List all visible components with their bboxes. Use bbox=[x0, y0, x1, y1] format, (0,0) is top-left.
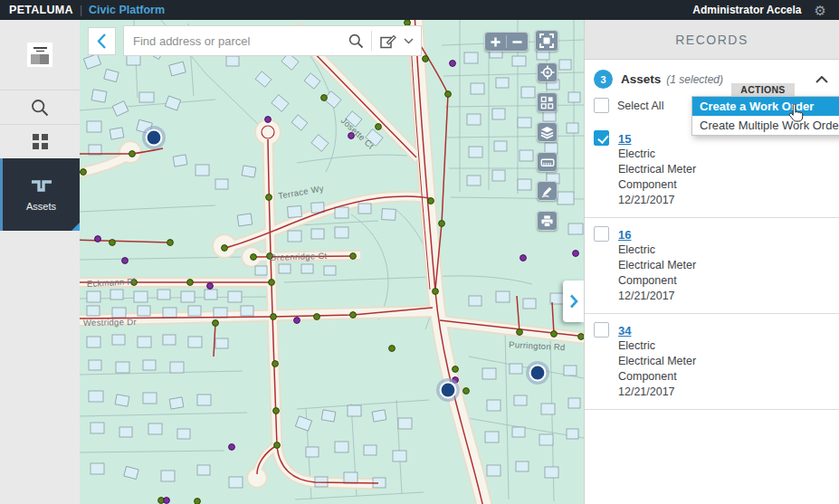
asset-detail-line: 12/21/2017 bbox=[618, 385, 696, 400]
full-extent-button[interactable] bbox=[535, 30, 558, 52]
asset-checkbox[interactable] bbox=[594, 322, 609, 338]
divider bbox=[371, 31, 372, 51]
minus-icon bbox=[511, 36, 523, 48]
asset-detail-line: Electrical Meter bbox=[618, 258, 696, 273]
group-label: Assets bbox=[621, 72, 661, 86]
chevron-right-icon bbox=[569, 294, 578, 309]
sidebar-item-search[interactable] bbox=[0, 90, 80, 124]
asset-id-link[interactable]: 34 bbox=[618, 324, 631, 338]
asset-marker[interactable] bbox=[526, 361, 549, 385]
asset-detail-line: 12/21/2017 bbox=[618, 193, 696, 208]
menu-item-create-work-order[interactable]: Create a Work Order bbox=[692, 97, 839, 116]
search-icon bbox=[31, 99, 49, 117]
asset-item: 16 Electric Electrical Meter Component 1… bbox=[585, 218, 839, 314]
assets-tile-label: Assets bbox=[26, 201, 56, 212]
map-canvas[interactable]: Josette Ct Terrace Wy Greenridge Ct Eckm… bbox=[80, 20, 584, 504]
asset-item: 34 Electric Electrical Meter Component 1… bbox=[585, 314, 839, 410]
gear-icon[interactable]: ⚙ bbox=[815, 4, 826, 17]
locate-icon bbox=[540, 65, 555, 80]
records-panel-header: RECORDS bbox=[585, 20, 839, 60]
asset-detail-line: 12/21/2017 bbox=[618, 289, 696, 304]
asset-detail-line: Electrical Meter bbox=[618, 162, 696, 177]
asset-detail-line: Electric bbox=[618, 338, 696, 354]
asset-detail-line: Electric bbox=[618, 242, 696, 258]
map-container: Josette Ct Terrace Wy Greenridge Ct Eckm… bbox=[80, 20, 584, 504]
asset-list: 15 Electric Electrical Meter Component 1… bbox=[585, 122, 839, 410]
tile-corner-triangle bbox=[72, 223, 80, 231]
plus-icon bbox=[490, 36, 501, 48]
collapse-search-button[interactable] bbox=[88, 27, 116, 55]
select-all-label: Select All bbox=[617, 100, 663, 112]
search-input[interactable] bbox=[131, 33, 348, 49]
application-window: PETALUMA | Civic Platform Administrator … bbox=[0, 0, 839, 504]
selection-note: (1 selected) bbox=[666, 73, 723, 86]
draw-button[interactable] bbox=[537, 181, 558, 201]
full-extent-icon bbox=[539, 33, 554, 48]
zoom-out-button[interactable] bbox=[507, 33, 528, 51]
asset-detail-line: Electric bbox=[618, 147, 696, 162]
map-search-bar bbox=[123, 25, 422, 56]
chevron-left-icon bbox=[96, 33, 108, 50]
menu-item-create-multiple-work-orders[interactable]: Create Multiple Work Orders bbox=[692, 116, 839, 135]
collapse-group-button[interactable] bbox=[815, 76, 828, 83]
sidebar-item-assets[interactable]: Assets bbox=[0, 158, 80, 231]
measure-icon bbox=[540, 156, 555, 169]
panel-title: RECORDS bbox=[675, 33, 748, 47]
asset-id-link[interactable]: 16 bbox=[618, 228, 631, 242]
left-toolbar: Assets bbox=[0, 20, 80, 504]
basemap-gallery-button[interactable] bbox=[537, 92, 558, 112]
records-panel: RECORDS 3 Assets (1 selected) Select All… bbox=[584, 20, 839, 504]
print-button[interactable] bbox=[537, 211, 558, 231]
brand-separator: | bbox=[80, 4, 82, 16]
actions-dropdown-menu: Create a Work Order Create Multiple Work… bbox=[691, 96, 839, 136]
pencil-icon bbox=[540, 185, 554, 198]
chevron-down-icon[interactable] bbox=[404, 38, 414, 44]
asset-checkbox[interactable] bbox=[594, 226, 609, 242]
brand-name: PETALUMA bbox=[9, 4, 73, 16]
select-all-checkbox[interactable] bbox=[594, 98, 609, 113]
user-name[interactable]: Administrator Accela bbox=[692, 4, 801, 16]
asset-item: 15 Electric Electrical Meter Component 1… bbox=[585, 122, 839, 218]
assets-group-header: 3 Assets (1 selected) bbox=[585, 60, 839, 92]
zoom-control bbox=[484, 32, 529, 52]
asset-detail-line: Component bbox=[618, 177, 696, 193]
count-badge: 3 bbox=[594, 70, 613, 89]
product-name[interactable]: Civic Platform bbox=[89, 4, 165, 16]
draw-select-icon[interactable] bbox=[379, 33, 397, 50]
sidebar-item-map-layers[interactable] bbox=[0, 20, 80, 90]
apps-grid-icon bbox=[33, 134, 48, 149]
sidebar-item-apps[interactable] bbox=[0, 124, 80, 158]
asset-marker[interactable] bbox=[142, 126, 166, 149]
basemap-gallery-icon bbox=[540, 96, 554, 109]
asset-detail-line: Component bbox=[618, 369, 696, 385]
asset-detail-line: Component bbox=[618, 273, 696, 289]
top-bar: PETALUMA | Civic Platform Administrator … bbox=[0, 0, 839, 20]
assets-pipes-icon bbox=[29, 178, 54, 196]
street-label: Greenridge Ct bbox=[270, 251, 328, 262]
map-layers-icon bbox=[25, 43, 54, 68]
asset-checkbox[interactable] bbox=[594, 130, 609, 146]
zoom-in-button[interactable] bbox=[485, 33, 506, 51]
asset-detail-line: Electrical Meter bbox=[618, 354, 696, 369]
measure-button[interactable] bbox=[537, 152, 558, 172]
locate-button[interactable] bbox=[537, 62, 558, 82]
layers-icon bbox=[540, 126, 554, 139]
layers-button[interactable] bbox=[537, 122, 558, 142]
street-label: Westridge Dr bbox=[83, 317, 137, 328]
search-icon[interactable] bbox=[348, 33, 364, 49]
chevron-up-icon bbox=[815, 76, 828, 83]
expand-panel-tab[interactable] bbox=[563, 281, 584, 322]
print-icon bbox=[540, 214, 554, 228]
asset-marker[interactable] bbox=[436, 378, 460, 402]
hand-cursor-icon bbox=[787, 104, 804, 123]
asset-id-link[interactable]: 15 bbox=[618, 132, 631, 146]
